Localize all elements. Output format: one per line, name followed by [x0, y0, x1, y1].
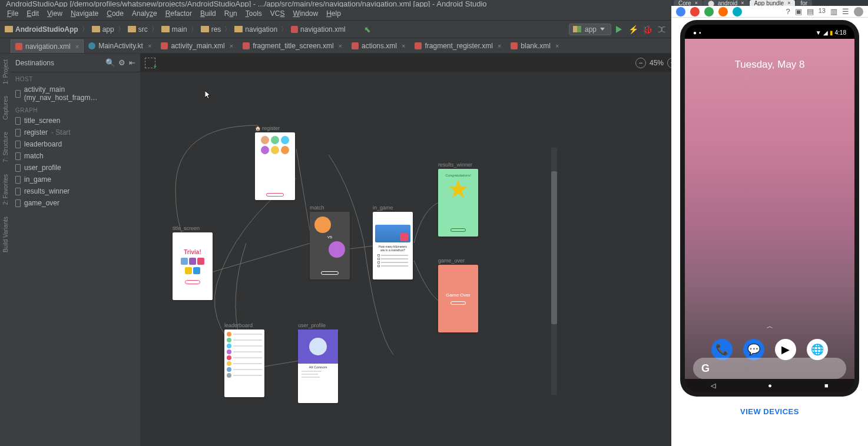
- play-store-app[interactable]: ▶: [775, 339, 796, 360]
- breadcrumb-main[interactable]: main: [159, 24, 190, 35]
- menu-tools[interactable]: Tools: [241, 9, 266, 18]
- menu-file[interactable]: File: [3, 9, 22, 18]
- messages-app[interactable]: 💬: [743, 339, 764, 360]
- close-icon[interactable]: ×: [402, 42, 405, 49]
- phone-app[interactable]: 📞: [711, 339, 733, 360]
- phone-screen[interactable]: ●▪ ▼◢▮4:18 Tuesday, May 8 ︿ 📞 💬 ▶ 🌐 G ◁ …: [685, 25, 854, 392]
- menu-help[interactable]: Help: [322, 9, 345, 18]
- tool-captures[interactable]: Captures: [2, 96, 9, 120]
- btab-android[interactable]: ⬤android×: [703, 0, 749, 6]
- dest-leaderboard[interactable]: leaderboard: [11, 138, 140, 150]
- dest-results-winner[interactable]: results_winner: [11, 185, 140, 197]
- node-leaderboard[interactable]: leaderboard: [224, 322, 264, 397]
- tab-blank-xml[interactable]: blank.xml×: [506, 39, 564, 53]
- menu-run[interactable]: Run: [220, 9, 241, 18]
- tool-favorites[interactable]: 2: Favorites: [2, 174, 9, 205]
- apply-changes-button[interactable]: ⚡: [627, 23, 640, 36]
- menu-view[interactable]: View: [43, 9, 67, 18]
- debug-button[interactable]: 🐞: [641, 23, 654, 36]
- btab-appbundle[interactable]: App bundle×: [750, 0, 796, 6]
- tab-activity-main[interactable]: activity_main.xml×: [156, 39, 238, 53]
- menu-edit[interactable]: Edit: [22, 9, 43, 18]
- menu-window[interactable]: Window: [289, 9, 322, 18]
- close-icon[interactable]: ×: [498, 42, 501, 49]
- close-icon[interactable]: ×: [148, 42, 151, 49]
- recents-button[interactable]: ■: [824, 382, 829, 389]
- tab-mainactivity-kt[interactable]: MainActivity.kt×: [84, 39, 156, 53]
- breadcrumb-res[interactable]: res: [198, 24, 224, 35]
- vertical-scrollbar[interactable]: [551, 148, 557, 395]
- search-icon[interactable]: 🔍: [105, 58, 115, 67]
- close-icon[interactable]: ×: [555, 42, 559, 49]
- back-button[interactable]: ◁: [711, 382, 715, 390]
- tool-project[interactable]: 1: Project: [2, 59, 9, 84]
- host-item[interactable]: activity_main (my_nav_host_fragm…: [11, 84, 140, 104]
- dest-title-screen[interactable]: title_screen: [11, 115, 140, 127]
- bookmark-icon[interactable]: [690, 7, 700, 16]
- app-drawer-handle[interactable]: ︿: [767, 322, 773, 331]
- node-title-screen[interactable]: title_screen Trivia!: [173, 225, 213, 300]
- view-devices-link[interactable]: VIEW DEVICES: [731, 397, 809, 426]
- menu-analyze[interactable]: Analyze: [128, 9, 161, 18]
- run-config-dropdown[interactable]: app: [569, 24, 611, 35]
- navigation-canvas[interactable]: 🏠register title_screen Trivi: [140, 72, 710, 446]
- breadcrumb-root[interactable]: AndroidStudioApp: [2, 24, 81, 35]
- menu-refactor[interactable]: Refactor: [161, 9, 196, 18]
- screen-icon: [15, 188, 21, 195]
- close-icon[interactable]: ×: [75, 43, 79, 50]
- zoom-out-button[interactable]: −: [635, 58, 646, 68]
- app-icon[interactable]: ☰: [842, 7, 849, 16]
- menu-navigate[interactable]: Navigate: [67, 9, 102, 18]
- node-match[interactable]: match VS: [310, 205, 350, 279]
- node-user-profile[interactable]: user_profile Ali Connors: [298, 322, 338, 403]
- node-results-winner[interactable]: results_winner Congratulations!: [438, 162, 478, 237]
- gear-icon[interactable]: ⚙: [118, 58, 125, 67]
- bookmark-icon[interactable]: [676, 7, 685, 16]
- app-icon[interactable]: ▤: [807, 7, 814, 16]
- host-section-label: HOST: [11, 72, 140, 84]
- avatar-icon[interactable]: [854, 7, 863, 16]
- dest-register[interactable]: register - Start: [11, 127, 140, 138]
- bookmark-icon[interactable]: [718, 7, 728, 16]
- dest-match[interactable]: match: [11, 150, 140, 162]
- dest-game-over[interactable]: game_over: [11, 197, 140, 209]
- dest-in-game[interactable]: in_game: [11, 174, 140, 185]
- tool-build-variants[interactable]: Build Variants: [2, 217, 9, 252]
- app-icon[interactable]: 13: [819, 7, 826, 16]
- breadcrumb-src[interactable]: src: [125, 24, 150, 35]
- tab-navigation-xml[interactable]: navigation.xml×: [11, 39, 84, 53]
- breadcrumb-file[interactable]: navigation.xml: [289, 24, 348, 35]
- add-destination-button[interactable]: [145, 58, 155, 68]
- collapse-icon[interactable]: ⇤: [129, 58, 135, 67]
- tab-fragment-title[interactable]: fragment_title_screen.xml×: [238, 39, 347, 53]
- help-icon[interactable]: ?: [786, 7, 790, 16]
- tool-structure[interactable]: 7: Structure: [2, 132, 9, 162]
- home-icon: 🏠: [255, 126, 261, 131]
- bookmark-icon[interactable]: [704, 7, 714, 16]
- dest-user-profile[interactable]: user_profile: [11, 162, 140, 174]
- tab-actions-xml[interactable]: actions.xml×: [347, 39, 410, 53]
- menu-vcs[interactable]: VCS: [266, 9, 289, 18]
- xml-icon: [352, 42, 359, 49]
- app-icon[interactable]: ▣: [795, 7, 802, 16]
- node-register[interactable]: 🏠register: [255, 125, 295, 200]
- google-search-bar[interactable]: G: [693, 358, 846, 379]
- node-in-game[interactable]: in_game How many kilometers are in a mar…: [373, 205, 413, 279]
- chrome-app[interactable]: 🌐: [807, 339, 828, 360]
- breadcrumb-app[interactable]: app: [90, 24, 117, 35]
- btab-for[interactable]: for: [796, 0, 812, 6]
- app-icon[interactable]: ▥: [830, 7, 837, 16]
- profiler-button[interactable]: ⵋ: [655, 23, 668, 36]
- menu-code[interactable]: Code: [102, 9, 128, 18]
- close-icon[interactable]: ×: [230, 42, 233, 49]
- tab-fragment-register[interactable]: fragment_register.xml×: [410, 39, 506, 53]
- bookmark-icon[interactable]: [733, 7, 742, 16]
- breadcrumb-navigation[interactable]: navigation: [232, 24, 280, 35]
- btab-core[interactable]: Core×: [674, 0, 703, 6]
- menu-build[interactable]: Build: [196, 9, 220, 18]
- home-button[interactable]: ●: [768, 382, 772, 389]
- close-icon[interactable]: ×: [339, 42, 342, 49]
- nav-back-icon[interactable]: ⬉: [361, 23, 374, 36]
- node-game-over[interactable]: game_over Game Over: [438, 258, 478, 332]
- run-button[interactable]: [612, 23, 625, 36]
